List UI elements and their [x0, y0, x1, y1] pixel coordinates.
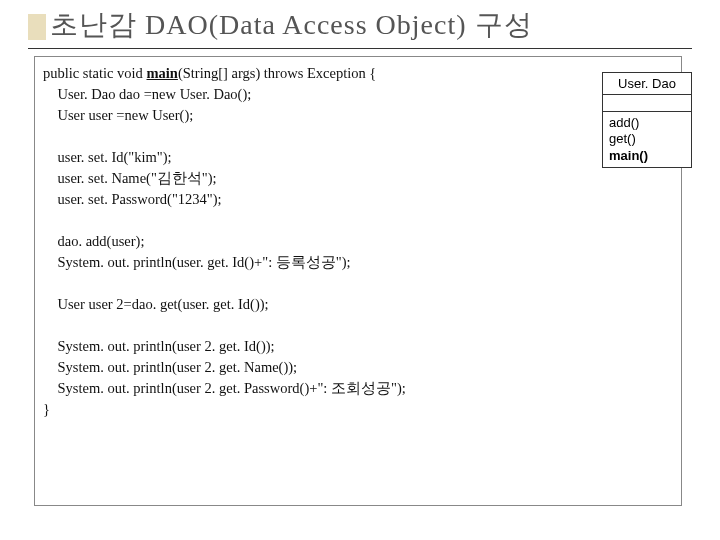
uml-method-get: get() [609, 131, 636, 146]
code-line-10: System. out. println(user. get. Id()+": … [43, 254, 351, 270]
code-line-1a: public static void [43, 65, 147, 81]
uml-method-add: add() [609, 115, 639, 130]
code-line-1c: (String[] args) throws Exception { [178, 65, 376, 81]
code-line-14: System. out. println(user 2. get. Id()); [43, 338, 275, 354]
uml-attr-compartment [603, 95, 691, 112]
slide-title-wrap: 초난감 DAO(Data Access Object) 구성 [28, 6, 692, 49]
uml-class-name: User. Dao [603, 73, 691, 95]
uml-method-main: main() [609, 148, 648, 163]
uml-method-compartment: add() get() main() [603, 112, 691, 167]
slide: 초난감 DAO(Data Access Object) 구성 public st… [0, 0, 720, 540]
code-line-6: user. set. Name("김한석"); [43, 170, 217, 186]
code-line-2: User. Dao dao =new User. Dao(); [43, 86, 251, 102]
code-listing: public static void main(String[] args) t… [34, 56, 682, 506]
code-line-15: System. out. println(user 2. get. Name()… [43, 359, 297, 375]
code-main-keyword: main [147, 65, 178, 81]
code-line-12: User user 2=dao. get(user. get. Id()); [43, 296, 269, 312]
code-line-3: User user =new User(); [43, 107, 193, 123]
slide-title: 초난감 DAO(Data Access Object) 구성 [50, 9, 533, 40]
code-line-17: } [43, 401, 50, 417]
code-line-5: user. set. Id("kim"); [43, 149, 172, 165]
uml-class-box: User. Dao add() get() main() [602, 72, 692, 168]
code-line-7: user. set. Password("1234"); [43, 191, 222, 207]
title-accent-block [28, 14, 46, 40]
code-line-9: dao. add(user); [43, 233, 144, 249]
code-line-16: System. out. println(user 2. get. Passwo… [43, 380, 406, 396]
